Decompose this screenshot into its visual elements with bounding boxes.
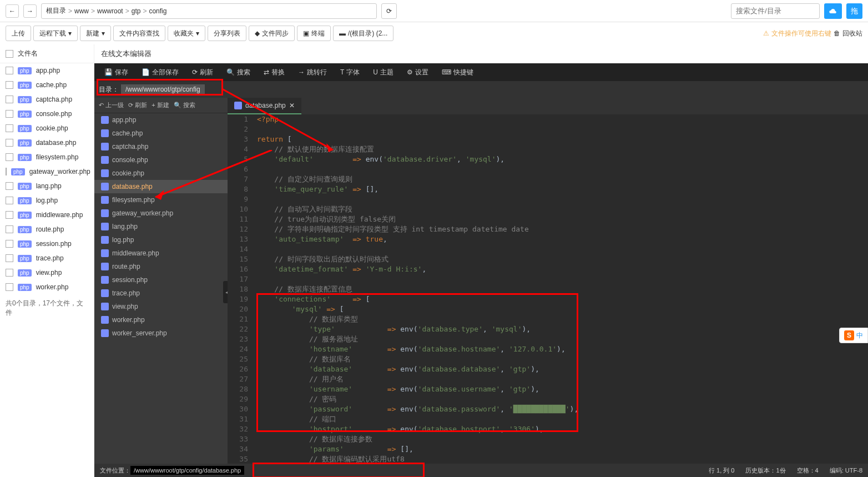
nav-forward-button[interactable]: → xyxy=(23,4,37,18)
tree-item[interactable]: view.php xyxy=(94,300,228,313)
save-button[interactable]: 💾 保存 xyxy=(99,63,134,81)
code-line[interactable]: 'type' => env('database.type', 'mysql'), xyxy=(257,324,868,334)
file-row[interactable]: phpcaptcha.php xyxy=(0,92,94,107)
code-line[interactable]: 'database' => env('database.database', '… xyxy=(257,364,868,374)
code-line[interactable]: <?php xyxy=(257,114,868,124)
code-line[interactable] xyxy=(257,244,868,254)
select-all-checkbox[interactable] xyxy=(6,50,13,58)
save-all-button[interactable]: 📄 全部保存 xyxy=(136,63,184,81)
tree-item[interactable]: route.php xyxy=(94,260,228,273)
tree-item[interactable]: worker_server.php xyxy=(94,327,228,340)
code-line[interactable] xyxy=(257,194,868,204)
refresh-button[interactable]: ⟳ 刷新 xyxy=(186,63,219,81)
file-checkbox[interactable] xyxy=(6,153,13,161)
tree-item[interactable]: console.php xyxy=(94,153,228,167)
code-line[interactable]: // 密码 xyxy=(257,394,868,404)
code-line[interactable]: 'username' => env('database.username', '… xyxy=(257,384,868,394)
tree-item[interactable]: lang.php xyxy=(94,220,228,233)
file-checkbox[interactable] xyxy=(6,81,13,89)
file-checkbox[interactable] xyxy=(6,283,13,291)
file-row[interactable]: phpfilesystem.php xyxy=(0,150,94,164)
content-search-button[interactable]: 文件内容查找 xyxy=(113,26,165,41)
file-row[interactable]: phpdatabase.php xyxy=(0,135,94,150)
file-checkbox[interactable] xyxy=(6,197,13,204)
tree-item[interactable]: app.php xyxy=(94,113,228,127)
tree-up-button[interactable]: ↶ 上一级 xyxy=(99,101,124,109)
code-line[interactable]: // 数据库名 xyxy=(257,354,868,364)
file-row[interactable]: phpcookie.php xyxy=(0,121,94,135)
file-checkbox[interactable] xyxy=(6,182,13,190)
file-checkbox[interactable] xyxy=(6,139,13,147)
keyboard-button[interactable]: ⌨ 快捷键 xyxy=(436,63,479,81)
share-list-button[interactable]: 分享列表 xyxy=(208,26,246,41)
close-tab-icon[interactable]: ✕ xyxy=(289,102,295,109)
file-checkbox[interactable] xyxy=(6,124,13,132)
tree-item[interactable]: gateway_worker.php xyxy=(94,207,228,220)
file-row[interactable]: phplang.php xyxy=(0,179,94,193)
code-line[interactable]: 'default' => env('database.driver', 'mys… xyxy=(257,154,868,164)
status-spaces[interactable]: 空格：4 xyxy=(797,466,819,475)
code-line[interactable] xyxy=(257,124,868,134)
upload-button[interactable]: 上传 xyxy=(6,26,31,41)
file-checkbox[interactable] xyxy=(6,254,13,262)
tree-item[interactable]: log.php xyxy=(94,233,228,247)
code-line[interactable]: // true为自动识别类型 false关闭 xyxy=(257,214,868,224)
code-line[interactable]: // 数据库连接参数 xyxy=(257,434,868,444)
file-checkbox[interactable] xyxy=(6,269,13,277)
code-line[interactable]: // 时间字段取出后的默认时间格式 xyxy=(257,254,868,264)
settings-button[interactable]: ⚙ 设置 xyxy=(401,63,434,81)
tree-item[interactable]: filesystem.php xyxy=(94,193,228,207)
goto-button[interactable]: → 跳转行 xyxy=(292,63,332,81)
file-row[interactable]: phpapp.php xyxy=(0,63,94,78)
file-checkbox[interactable] xyxy=(6,110,13,118)
code-tab[interactable]: database.php ✕ xyxy=(228,98,301,114)
terminal-button[interactable]: ▣ 终端 xyxy=(297,26,331,41)
favorites-button[interactable]: 收藏夹 ▾ xyxy=(168,26,205,41)
breadcrumb-item[interactable]: 根目录 xyxy=(46,6,66,16)
code-line[interactable]: 'password' => env('database.password', '… xyxy=(257,404,868,414)
nav-back-button[interactable]: ← xyxy=(6,4,19,18)
file-checkbox[interactable] xyxy=(6,96,13,103)
trash-button[interactable]: 🗑 回收站 xyxy=(834,29,862,38)
file-row[interactable]: phpsession.php xyxy=(0,237,94,251)
tree-item[interactable]: middleware.php xyxy=(94,247,228,260)
code-line[interactable]: // 服务器地址 xyxy=(257,334,868,344)
status-encoding[interactable]: 编码: UTF-8 xyxy=(830,466,862,475)
code-line[interactable]: 'hostport' => env('database.hostport', '… xyxy=(257,424,868,434)
file-row[interactable]: phproute.php xyxy=(0,222,94,237)
file-row[interactable]: phptrace.php xyxy=(0,251,94,265)
code-line[interactable]: 'params' => [], xyxy=(257,444,868,454)
tree-search-button[interactable]: 🔍 搜索 xyxy=(174,101,195,109)
breadcrumb[interactable]: 根目录>www>wwwroot>gtp>config xyxy=(41,3,377,19)
tree-item[interactable]: captcha.php xyxy=(94,140,228,153)
remote-download-button[interactable]: 远程下载 ▾ xyxy=(33,26,78,41)
drag-button[interactable]: 拖 xyxy=(846,3,862,19)
cloud-button[interactable] xyxy=(824,3,842,19)
code-line[interactable]: 'mysql' => [ xyxy=(257,304,868,314)
tree-item[interactable]: worker.php xyxy=(94,313,228,327)
status-history[interactable]: 历史版本：1份 xyxy=(745,466,785,475)
file-row[interactable]: phpmiddleware.php xyxy=(0,208,94,222)
file-row[interactable]: phpconsole.php xyxy=(0,107,94,121)
tree-item[interactable]: cache.php xyxy=(94,127,228,140)
code-line[interactable]: // 用户名 xyxy=(257,374,868,384)
code-line[interactable]: // 字符串则明确指定时间字段类型 支持 int timestamp datet… xyxy=(257,224,868,234)
code-line[interactable]: return [ xyxy=(257,134,868,144)
file-row[interactable]: phpcache.php xyxy=(0,78,94,92)
file-row[interactable]: phplog.php xyxy=(0,193,94,208)
search-button[interactable]: 🔍 搜索 xyxy=(221,63,256,81)
new-button[interactable]: 新建 ▾ xyxy=(80,26,111,41)
file-checkbox[interactable] xyxy=(6,211,13,219)
code-line[interactable]: // 数据库类型 xyxy=(257,314,868,324)
code-line[interactable] xyxy=(257,274,868,284)
code-line[interactable]: // 数据库连接配置信息 xyxy=(257,284,868,294)
file-checkbox[interactable] xyxy=(6,225,13,233)
breadcrumb-item[interactable]: www xyxy=(74,7,89,15)
code-line[interactable]: 'connections' => [ xyxy=(257,294,868,304)
code-line[interactable]: // 数据库编码默认采用utf8 xyxy=(257,454,868,464)
file-row[interactable]: phpview.php xyxy=(0,265,94,280)
file-row[interactable]: phpgateway_worker.php xyxy=(0,164,94,179)
file-checkbox[interactable] xyxy=(6,240,13,248)
replace-button[interactable]: ⇄ 替换 xyxy=(258,63,290,81)
code-line[interactable]: // 默认使用的数据库连接配置 xyxy=(257,144,868,154)
